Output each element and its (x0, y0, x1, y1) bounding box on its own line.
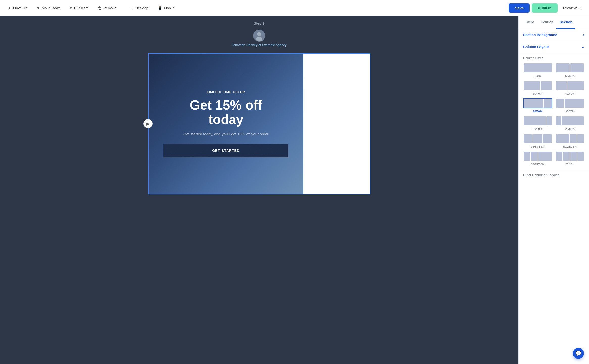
column-option-333333[interactable]: 33/33/33% (523, 134, 552, 148)
move-up-button[interactable]: ▲ Move Up (4, 4, 31, 12)
outer-container-padding-label: Outer Container Padding (523, 173, 584, 177)
column-layout-content: Column Sizes 100%50/50%60/40%40/60%70/30… (519, 53, 589, 170)
author-agency: Example Agency (262, 43, 287, 47)
limited-offer-label: LIMITED TIME OFFER (207, 90, 245, 94)
tab-settings[interactable]: Settings (538, 16, 557, 29)
column-option-5050[interactable]: 50/50% (555, 63, 585, 77)
author-text: Jonathan Denney at Example Agency (232, 43, 287, 47)
svg-point-1 (257, 32, 261, 36)
toolbar-divider (123, 4, 123, 12)
column-option-25_partial[interactable]: 25/25... (555, 151, 585, 166)
column-option-252550[interactable]: 25/25/50% (523, 151, 552, 166)
section-background-row[interactable]: Section Background › (519, 29, 589, 41)
column-sizes-label: Column Sizes (523, 56, 584, 60)
canvas-wrapper: ▶ LIMITED TIME OFFER Get 15% off today G… (148, 53, 370, 194)
section-container: LIMITED TIME OFFER Get 15% off today Get… (148, 53, 370, 194)
column-option-7030[interactable]: 70/30% (523, 98, 552, 113)
mobile-view-button[interactable]: 📱 Mobile (154, 4, 178, 12)
chat-widget-button[interactable]: 💬 (573, 348, 584, 359)
column-option-3070[interactable]: 30/70% (555, 98, 585, 113)
column-option-2080[interactable]: 20/80% (555, 116, 585, 131)
column-layout-label: Column Layout (523, 45, 549, 49)
column-layout-chevron-down-icon: ⌄ (581, 44, 584, 49)
main-headline: Get 15% off today (190, 98, 262, 127)
svg-point-2 (256, 37, 262, 41)
author-row: Jonathan Denney at Example Agency (232, 30, 287, 51)
section-left-column: LIMITED TIME OFFER Get 15% off today Get… (149, 54, 303, 194)
avatar (253, 30, 265, 42)
author-connector: at (258, 43, 261, 47)
desktop-view-button[interactable]: 🖥 Desktop (126, 4, 152, 12)
main-layout: Step 1 Jonathan Denney at Example Agency… (0, 16, 589, 364)
save-button[interactable]: Save (509, 3, 530, 13)
move-down-button[interactable]: ▼ Move Down (33, 4, 64, 12)
toolbar: ▲ Move Up ▼ Move Down ⧉ Duplicate 🗑 Remo… (0, 0, 589, 16)
outer-container-padding-section: Outer Container Padding (519, 170, 589, 180)
collapse-panel-button[interactable]: ▶ (143, 119, 153, 128)
mobile-icon: 📱 (158, 6, 163, 10)
column-sizes-grid: 100%50/50%60/40%40/60%70/30%30/70%80/20%… (523, 63, 584, 166)
cta-button[interactable]: GET STARTED (163, 144, 288, 157)
step-label: Step 1 (254, 21, 264, 25)
chat-icon: 💬 (575, 350, 582, 356)
sub-text: Get started today, and you'll get 15% of… (183, 132, 269, 136)
move-down-icon: ▼ (36, 6, 40, 10)
duplicate-icon: ⧉ (70, 6, 72, 10)
tab-section[interactable]: Section (556, 16, 575, 29)
section-background-label: Section Background (523, 33, 557, 37)
column-option-502525[interactable]: 50/25/25% (555, 134, 585, 148)
column-option-4060[interactable]: 40/60% (555, 81, 585, 95)
panel-tabs: Steps Settings Section (519, 16, 589, 29)
preview-button[interactable]: Preview → (560, 3, 585, 13)
move-up-icon: ▲ (8, 6, 12, 10)
column-option-6040[interactable]: 60/40% (523, 81, 552, 95)
column-layout-row[interactable]: Column Layout ⌄ (519, 41, 589, 53)
author-name: Jonathan Denney (232, 43, 258, 47)
desktop-icon: 🖥 (130, 6, 134, 10)
preview-arrow-icon: → (578, 6, 581, 10)
column-option-8020[interactable]: 80/20% (523, 116, 552, 131)
trash-icon: 🗑 (98, 6, 102, 10)
publish-button[interactable]: Publish (532, 3, 557, 13)
section-right-column (303, 54, 370, 194)
right-panel: Steps Settings Section Section Backgroun… (518, 16, 589, 364)
tab-steps[interactable]: Steps (523, 16, 538, 29)
remove-button[interactable]: 🗑 Remove (94, 4, 120, 12)
canvas-area: Step 1 Jonathan Denney at Example Agency… (0, 16, 518, 364)
column-option-100[interactable]: 100% (523, 63, 552, 77)
section-background-chevron-right-icon: › (583, 33, 584, 37)
duplicate-button[interactable]: ⧉ Duplicate (66, 4, 92, 12)
